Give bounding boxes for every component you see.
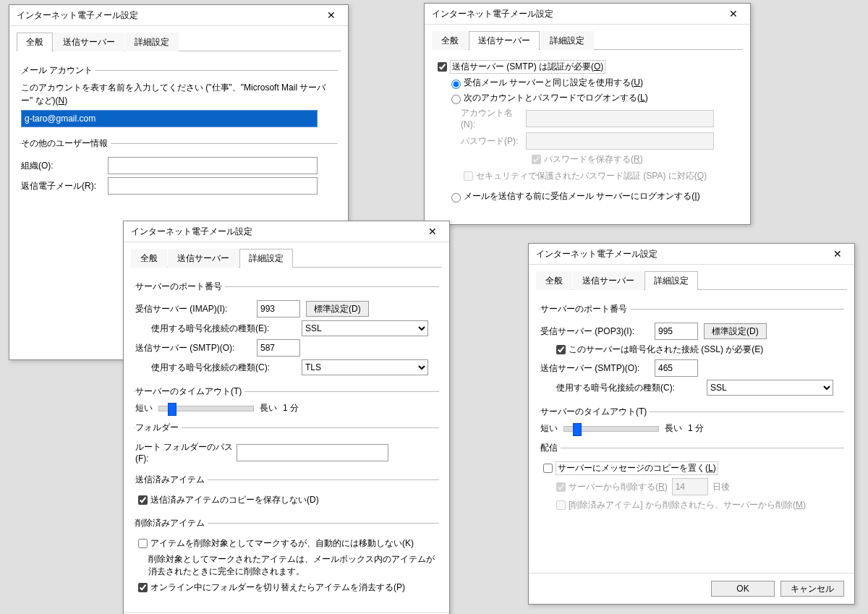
cancel-button[interactable]: キャンセル [780, 581, 844, 597]
organization-input[interactable] [108, 157, 318, 174]
group-server-ports-legend: サーバーのポート番号 [135, 281, 225, 293]
group-server-ports: サーバーのポート番号 受信サーバー (POP3)(I): 標準設定(D) このサ… [539, 303, 844, 400]
default-settings-button[interactable]: 標準設定(D) [704, 323, 767, 339]
dialog-advanced-pop3: インターネット電子メール設定 ✕ 全般 送信サーバー 詳細設定 サーバーのポート… [528, 243, 855, 605]
tab-general[interactable]: 全般 [131, 249, 167, 268]
smtp-encryption-label: 使用する暗号化接続の種類(C): [540, 382, 701, 394]
tab-outgoing[interactable]: 送信サーバー [573, 271, 644, 290]
tab-outgoing[interactable]: 送信サーバー [469, 31, 540, 50]
account-name-label: アカウント名(N): [461, 107, 526, 129]
group-other-user-info: その他のユーザー情報 組織(O): 返信電子メール(R): [20, 137, 338, 199]
tab-advanced[interactable]: 詳細設定 [125, 33, 179, 51]
dialog-advanced-imap: インターネット電子メール設定 ✕ 全般 送信サーバー 詳細設定 サーバーのポート… [123, 221, 450, 614]
save-password-checkbox [532, 155, 541, 164]
smtp-port-label: 送信サーバー (SMTP)(O): [135, 342, 251, 354]
tab-outgoing[interactable]: 送信サーバー [168, 249, 239, 268]
leave-copy-label: サーバーにメッセージのコピーを置く(L) [556, 461, 718, 475]
account-name-input[interactable] [21, 110, 318, 127]
mark-delete-checkbox[interactable] [138, 539, 148, 548]
close-icon[interactable]: ✕ [420, 224, 445, 239]
root-folder-label: ルート フォルダーのパス(F): [135, 441, 237, 464]
incoming-encryption-label: 使用する暗号化接続の種類(E): [135, 323, 296, 335]
dont-save-sent-label: 送信済みアイテムのコピーを保存しない(D) [150, 494, 319, 506]
remove-after-label: サーバーから削除する(R) [569, 481, 668, 493]
group-folder: フォルダー ルート フォルダーのパス(F): [134, 422, 439, 468]
pop3-port-input[interactable] [655, 323, 698, 340]
save-password-label: パスワードを保存する(R) [544, 153, 643, 166]
timeout-slider[interactable] [563, 426, 659, 432]
account-name-input[interactable] [526, 110, 714, 127]
close-icon[interactable]: ✕ [825, 247, 850, 261]
group-sent-items-legend: 送信済みアイテム [135, 474, 208, 486]
smtp-encryption-combo[interactable]: SSL [707, 380, 833, 396]
smtp-auth-label: 送信サーバー (SMTP) は認証が必要(O) [450, 60, 605, 74]
window-title: インターネット電子メール設定 [17, 9, 138, 22]
logon-before-radio[interactable] [451, 193, 461, 202]
logon-radio[interactable] [451, 95, 461, 104]
timeout-slider[interactable] [158, 406, 254, 412]
spa-checkbox [464, 171, 473, 181]
tab-general[interactable]: 全般 [17, 33, 53, 51]
timeout-short-label: 短い [540, 422, 558, 435]
password-input[interactable] [526, 132, 714, 150]
tab-advanced[interactable]: 詳細設定 [644, 271, 698, 290]
group-other-user-info-legend: その他のユーザー情報 [21, 137, 111, 150]
root-folder-input[interactable] [237, 444, 388, 461]
group-server-ports: サーバーのポート番号 受信サーバー (IMAP)(I): 標準設定(D) 使用す… [134, 281, 439, 380]
slider-thumb[interactable] [168, 403, 176, 416]
dialog-outgoing-server: インターネット電子メール設定 ✕ 全般 送信サーバー 詳細設定 送信サーバー (… [424, 3, 751, 225]
reply-email-input[interactable] [108, 177, 318, 195]
same-settings-label: 受信メール サーバーと同じ設定を使用する(U) [464, 77, 643, 89]
group-delivery-legend: 配信 [540, 442, 561, 454]
tab-general[interactable]: 全般 [536, 271, 572, 290]
timeout-value: 1 分 [283, 402, 299, 414]
account-description: このアカウントを表す名前を入力してください ("仕事"、"Microsoft M… [21, 81, 336, 107]
timeout-long-label: 長い [665, 422, 682, 435]
close-icon[interactable]: ✕ [721, 7, 746, 21]
imap-port-input[interactable] [257, 300, 300, 317]
purge-on-switch-label: オンライン中にフォルダーを切り替えたらアイテムを消去する(P) [150, 581, 405, 594]
group-sent-items: 送信済みアイテム 送信済みアイテムのコピーを保存しない(D) [134, 474, 439, 511]
group-mail-account: メール アカウント このアカウントを表す名前を入力してください ("仕事"、"M… [20, 64, 338, 132]
smtp-port-input[interactable] [655, 359, 698, 377]
pop3-ssl-label: このサーバーは暗号化された接続 (SSL) が必要(E) [569, 344, 763, 356]
remove-after-checkbox [556, 482, 566, 492]
incoming-encryption-combo[interactable]: SSL [302, 320, 428, 336]
organization-label: 組織(O): [21, 160, 108, 172]
group-server-ports-legend: サーバーのポート番号 [540, 303, 630, 315]
pop3-ssl-checkbox[interactable] [556, 345, 566, 354]
window-title: インターネット電子メール設定 [536, 248, 658, 260]
mark-delete-label: アイテムを削除対象としてマークするが、自動的には移動しない(K) [150, 537, 414, 550]
tab-general[interactable]: 全般 [432, 31, 468, 50]
close-icon[interactable]: ✕ [319, 8, 344, 22]
group-deleted-items-legend: 削除済みアイテム [135, 517, 208, 529]
window-title: インターネット電子メール設定 [131, 226, 252, 238]
purge-on-switch-checkbox[interactable] [138, 583, 148, 592]
logon-before-label: メールを送信する前に受信メール サーバーにログオンする(I) [464, 190, 700, 202]
timeout-short-label: 短い [135, 402, 153, 414]
group-mail-account-legend: メール アカウント [21, 64, 95, 77]
group-deleted-items: 削除済みアイテム アイテムを削除対象としてマークするが、自動的には移動しない(K… [134, 517, 439, 599]
timeout-value: 1 分 [688, 422, 704, 435]
same-settings-radio[interactable] [451, 80, 461, 89]
delete-note: 削除対象としてマークされたアイテムは、メールボックス内のアイテムが消去されたとき… [148, 553, 438, 578]
pop3-port-label: 受信サーバー (POP3)(I): [540, 325, 649, 338]
default-settings-button[interactable]: 標準設定(D) [306, 301, 369, 317]
dont-save-sent-checkbox[interactable] [138, 495, 148, 505]
remove-on-delete-label: [削除済みアイテム] から削除されたら、サーバーから削除(M) [569, 499, 806, 511]
group-delivery: 配信 サーバーにメッセージのコピーを置く(L) サーバーから削除する(R) 日後… [539, 442, 844, 516]
tab-advanced[interactable]: 詳細設定 [239, 249, 293, 268]
smtp-port-input[interactable] [257, 339, 300, 357]
leave-copy-checkbox[interactable] [543, 464, 553, 473]
group-timeout-legend: サーバーのタイムアウト(T) [135, 385, 244, 398]
password-label: パスワード(P): [461, 135, 526, 148]
group-timeout: サーバーのタイムアウト(T) 短い 長い 1 分 [539, 406, 844, 436]
ok-button[interactable]: OK [711, 581, 775, 597]
tab-advanced[interactable]: 詳細設定 [540, 31, 594, 50]
group-timeout: サーバーのタイムアウト(T) 短い 長い 1 分 [134, 385, 439, 416]
smtp-auth-checkbox[interactable] [438, 62, 447, 72]
slider-thumb[interactable] [573, 423, 582, 436]
outgoing-encryption-combo[interactable]: TLS [302, 359, 428, 375]
tab-outgoing[interactable]: 送信サーバー [54, 33, 124, 51]
titlebar: インターネット電子メール設定 ✕ [9, 5, 348, 26]
